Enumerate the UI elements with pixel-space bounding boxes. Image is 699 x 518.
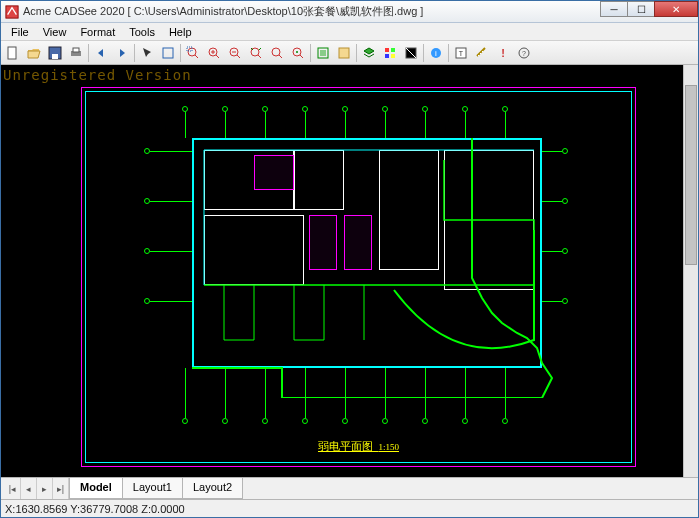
svg-rect-5: [73, 48, 79, 52]
grid-line: [185, 368, 186, 418]
zoom-window-icon[interactable]: [183, 43, 203, 63]
layers-icon[interactable]: [359, 43, 379, 63]
plot-area-icon[interactable]: [313, 43, 333, 63]
window-title: Acme CADSee 2020 [ C:\Users\Administrato…: [23, 4, 601, 19]
window-controls: ─ ☐ ✕: [601, 1, 698, 22]
arrow-right-icon[interactable]: [112, 43, 132, 63]
grid-line: [425, 112, 426, 138]
grid-line: [185, 112, 186, 138]
color-icon[interactable]: [380, 43, 400, 63]
text-find-icon[interactable]: T: [451, 43, 471, 63]
grid-bubble: [382, 418, 388, 424]
zoom-center-icon[interactable]: [288, 43, 308, 63]
tab-nav-prev-icon[interactable]: ◂: [21, 478, 37, 499]
drawing-title: 弱电平面图 1:150: [82, 439, 635, 454]
svg-rect-30: [391, 54, 395, 58]
zoom-extents-icon[interactable]: [246, 43, 266, 63]
about-icon[interactable]: ?: [514, 43, 534, 63]
grid-bubble: [562, 248, 568, 254]
bg-toggle-icon[interactable]: [401, 43, 421, 63]
toolbar-separator: [448, 44, 449, 62]
zoom-in-icon[interactable]: [204, 43, 224, 63]
svg-rect-29: [385, 54, 389, 58]
watermark-text: Unregistered Version: [3, 67, 192, 83]
minimize-button[interactable]: ─: [600, 1, 628, 17]
measure-icon[interactable]: [472, 43, 492, 63]
app-icon: [5, 5, 19, 19]
grid-bubble: [502, 418, 508, 424]
grid-line: [150, 201, 192, 202]
svg-line-8: [195, 55, 198, 58]
toolbar-separator: [310, 44, 311, 62]
print-icon[interactable]: [66, 43, 86, 63]
save-icon[interactable]: [45, 43, 65, 63]
boundary-polyline: [192, 138, 562, 398]
grid-line: [305, 112, 306, 138]
svg-line-22: [300, 55, 303, 58]
svg-line-18: [258, 55, 261, 58]
close-button[interactable]: ✕: [654, 1, 698, 17]
toolbar-separator: [356, 44, 357, 62]
svg-line-15: [237, 55, 240, 58]
info-icon[interactable]: i: [426, 43, 446, 63]
svg-point-23: [296, 51, 298, 53]
svg-line-20: [279, 55, 282, 58]
grid-bubble: [562, 298, 568, 304]
grid-line: [505, 112, 506, 138]
regen-icon[interactable]: [334, 43, 354, 63]
svg-rect-6: [163, 48, 173, 58]
svg-line-11: [216, 55, 219, 58]
titlebar: Acme CADSee 2020 [ C:\Users\Administrato…: [1, 1, 698, 23]
drawing-canvas[interactable]: Unregistered Version: [1, 65, 698, 477]
grid-bubble: [262, 418, 268, 424]
toolbar: i T ! ?: [1, 41, 698, 65]
menu-tools[interactable]: Tools: [123, 25, 161, 39]
drawing-frame: 弱电平面图 1:150: [81, 87, 636, 467]
svg-rect-27: [385, 48, 389, 52]
svg-text:T: T: [459, 50, 464, 57]
cursor-icon[interactable]: [137, 43, 157, 63]
menu-file[interactable]: File: [5, 25, 35, 39]
grid-bubble: [562, 198, 568, 204]
grid-line: [265, 112, 266, 138]
svg-rect-25: [320, 50, 326, 56]
tab-layout1[interactable]: Layout1: [122, 478, 183, 499]
tab-model[interactable]: Model: [69, 478, 123, 499]
grid-line: [150, 251, 192, 252]
help-icon[interactable]: !: [493, 43, 513, 63]
open-icon[interactable]: [24, 43, 44, 63]
toolbar-separator: [180, 44, 181, 62]
tab-nav-next-icon[interactable]: ▸: [37, 478, 53, 499]
svg-point-19: [272, 48, 280, 56]
grid-bubble: [222, 418, 228, 424]
tab-nav-first-icon[interactable]: |◂: [5, 478, 21, 499]
menubar: File View Format Tools Help: [1, 23, 698, 41]
tab-layout2[interactable]: Layout2: [182, 478, 243, 499]
layout-tabs: |◂ ◂ ▸ ▸| Model Layout1 Layout2: [1, 477, 698, 499]
scrollbar-thumb[interactable]: [685, 85, 697, 265]
maximize-button[interactable]: ☐: [627, 1, 655, 17]
zoom-out-icon[interactable]: [225, 43, 245, 63]
grid-bubble: [342, 418, 348, 424]
new-icon[interactable]: [3, 43, 23, 63]
zoom-realtime-icon[interactable]: [267, 43, 287, 63]
svg-rect-28: [391, 48, 395, 52]
menu-format[interactable]: Format: [74, 25, 121, 39]
menu-view[interactable]: View: [37, 25, 73, 39]
tab-nav-last-icon[interactable]: ▸|: [53, 478, 69, 499]
svg-rect-26: [339, 48, 349, 58]
pan-icon[interactable]: [158, 43, 178, 63]
toolbar-separator: [88, 44, 89, 62]
status-coordinates: X:1630.8569 Y:36779.7008 Z:0.0000: [5, 503, 185, 515]
grid-line: [225, 112, 226, 138]
arrow-left-icon[interactable]: [91, 43, 111, 63]
drawing-title-text: 弱电平面图: [318, 440, 373, 452]
menu-help[interactable]: Help: [163, 25, 198, 39]
vertical-scrollbar[interactable]: [683, 65, 698, 477]
statusbar: X:1630.8569 Y:36779.7008 Z:0.0000: [1, 499, 698, 517]
svg-point-7: [188, 48, 196, 56]
grid-bubble: [562, 148, 568, 154]
drawing-scale: 1:150: [378, 442, 399, 452]
grid-line: [345, 112, 346, 138]
toolbar-separator: [423, 44, 424, 62]
